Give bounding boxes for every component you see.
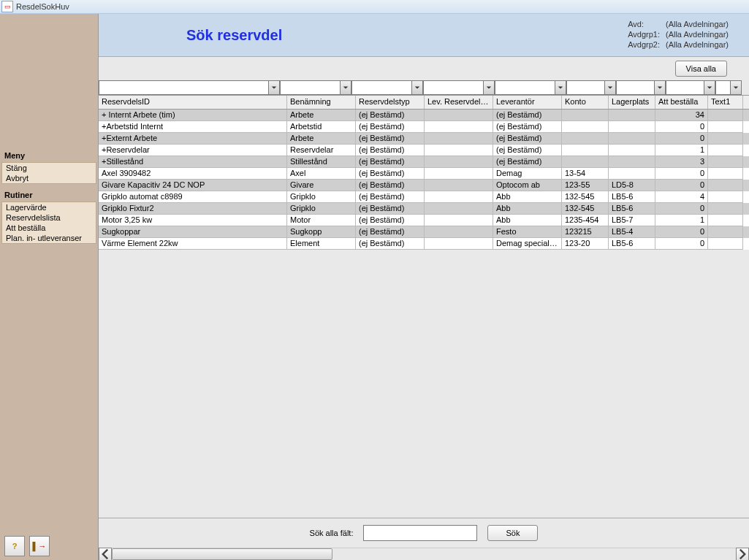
cell-ben: Stillestånd: [287, 156, 356, 168]
cell-ben: Gripklo: [287, 203, 356, 215]
help-button[interactable]: ?: [4, 536, 25, 556]
sidebar-item-avbryt[interactable]: Avbryt: [2, 173, 96, 183]
column-header[interactable]: ReservdelsID: [99, 96, 287, 109]
cell-lager: LB5-7: [609, 215, 655, 226]
filter-dropdown-7[interactable]: [666, 80, 715, 95]
cell-lager: LB5-6: [609, 191, 655, 203]
sidebar-item-stang[interactable]: Stäng: [2, 163, 96, 173]
toolbar: Visa alla: [99, 57, 749, 80]
chevron-down-icon: [268, 81, 279, 94]
column-header[interactable]: Text1: [708, 96, 743, 109]
cell-levid: [425, 110, 493, 121]
cell-lev: Festo: [493, 226, 562, 238]
cell-lev: (ej Bestämd): [493, 121, 562, 133]
cell-lager: [609, 110, 655, 121]
filter-dropdown-4[interactable]: [495, 80, 566, 95]
filter-row: [99, 80, 749, 95]
cell-best: 34: [655, 110, 708, 121]
sidebar-item-plan-in-utleveranser[interactable]: Plan. in- utleveranser: [2, 233, 96, 243]
column-header[interactable]: Lagerplats: [609, 96, 655, 109]
filter-dropdown-5[interactable]: [566, 80, 616, 95]
cell-ben: Sugkopp: [287, 226, 356, 238]
cell-ben: Arbete: [287, 110, 356, 121]
scrollbar-thumb[interactable]: [112, 548, 332, 560]
cell-t1: [708, 156, 743, 168]
table-row[interactable]: SugkopparSugkopp(ej Bestämd)Festo123215L…: [99, 226, 749, 238]
cell-levid: [425, 191, 493, 203]
cell-id: +Arbetstid Internt: [99, 121, 287, 133]
cell-levid: [425, 226, 493, 238]
cell-lager: LB5-4: [609, 226, 655, 238]
table-row[interactable]: + Internt Arbete (tim)Arbete(ej Bestämd)…: [99, 110, 749, 121]
filter-dropdown-0[interactable]: [99, 80, 280, 95]
cell-best: 0: [655, 226, 708, 238]
scroll-right-button[interactable]: [736, 548, 749, 560]
cell-t1: [708, 168, 743, 180]
column-header[interactable]: Konto: [562, 96, 609, 109]
table-row[interactable]: +Arbetstid InterntArbetstid(ej Bestämd)(…: [99, 121, 749, 133]
cell-typ: (ej Bestämd): [356, 226, 425, 238]
table-row[interactable]: Gripklo Fixtur2Gripklo(ej Bestämd)Abb132…: [99, 203, 749, 215]
table-row[interactable]: +ReservdelarReservdelar(ej Bestämd)(ej B…: [99, 145, 749, 156]
scroll-left-button[interactable]: [99, 548, 112, 560]
cell-konto: 123-55: [562, 180, 609, 191]
filter-dropdown-2[interactable]: [351, 80, 423, 95]
sok-input[interactable]: [363, 525, 477, 541]
cell-ben: Givare: [287, 180, 356, 191]
scrollbar-track[interactable]: [112, 548, 736, 560]
cell-lager: [609, 168, 655, 180]
chevron-down-icon: [654, 81, 665, 94]
cell-best: 0: [655, 121, 708, 133]
cell-lager: LB5-6: [609, 238, 655, 250]
avdgrp2-value: (Alla Avdelningar): [666, 40, 733, 49]
sok-button[interactable]: Sök: [487, 525, 538, 541]
table-body: + Internt Arbete (tim)Arbete(ej Bestämd)…: [99, 110, 749, 250]
sidebar-item-att-bestalla[interactable]: Att beställa: [2, 223, 96, 233]
filter-dropdown-6[interactable]: [616, 80, 666, 95]
cell-konto: [562, 156, 609, 168]
cell-lev: (ej Bestämd): [493, 145, 562, 156]
cell-levid: [425, 156, 493, 168]
cell-id: Gripklo automat c8989: [99, 191, 287, 203]
chevron-down-icon: [411, 81, 422, 94]
cell-t1: [708, 203, 743, 215]
cell-lev: (ej Bestämd): [493, 110, 562, 121]
table-row[interactable]: +StilleståndStillestånd(ej Bestämd)(ej B…: [99, 156, 749, 168]
cell-konto: [562, 110, 609, 121]
cell-ben: Element: [287, 238, 356, 250]
table-row[interactable]: Axel 3909482Axel(ej Bestämd)Demag13-540: [99, 168, 749, 180]
cell-lager: [609, 133, 655, 145]
cell-levid: [425, 180, 493, 191]
cell-typ: (ej Bestämd): [356, 168, 425, 180]
table-row[interactable]: Motor 3,25 kwMotor(ej Bestämd)Abb1235-45…: [99, 215, 749, 226]
window-title: ResdelSokHuv: [16, 2, 69, 11]
cell-konto: [562, 133, 609, 145]
sidebar-item-reservdelslista[interactable]: Reservdelslista: [2, 212, 96, 223]
cell-ben: Gripklo: [287, 191, 356, 203]
cell-konto: [562, 145, 609, 156]
visa-alla-button[interactable]: Visa alla: [675, 61, 727, 77]
cell-best: 1: [655, 145, 708, 156]
table-row[interactable]: Gripklo automat c8989Gripklo(ej Bestämd)…: [99, 191, 749, 203]
filter-dropdown-1[interactable]: [280, 80, 351, 95]
table-row[interactable]: Värme Element 22kwElement(ej Bestämd)Dem…: [99, 238, 749, 250]
table-row[interactable]: Givare Kapacitiv 24 DC NOPGivare(ej Best…: [99, 180, 749, 191]
cell-typ: (ej Bestämd): [356, 156, 425, 168]
column-header[interactable]: Benämning: [287, 96, 356, 109]
door-exit-icon: ▌: [33, 542, 39, 551]
column-header[interactable]: Reservdelstyp: [356, 96, 425, 109]
cell-konto: 13-54: [562, 168, 609, 180]
column-header[interactable]: Lev. ReservdelsID: [425, 96, 493, 109]
avdgrp1-label: Avdgrp1:: [628, 30, 664, 39]
cell-typ: (ej Bestämd): [356, 121, 425, 133]
sidebar: Meny Stäng Avbryt Rutiner Lagervärde Res…: [0, 14, 99, 560]
table-row[interactable]: +Externt ArbeteArbete(ej Bestämd)(ej Bes…: [99, 133, 749, 145]
sidebar-item-lagervarde[interactable]: Lagervärde: [2, 202, 96, 212]
column-header[interactable]: Att beställa: [655, 96, 708, 109]
horizontal-scrollbar[interactable]: [99, 548, 749, 560]
exit-button[interactable]: ▌→: [29, 536, 50, 556]
cell-levid: [425, 203, 493, 215]
column-header[interactable]: Leverantör: [493, 96, 562, 109]
filter-dropdown-8[interactable]: [715, 80, 742, 95]
filter-dropdown-3[interactable]: [423, 80, 495, 95]
